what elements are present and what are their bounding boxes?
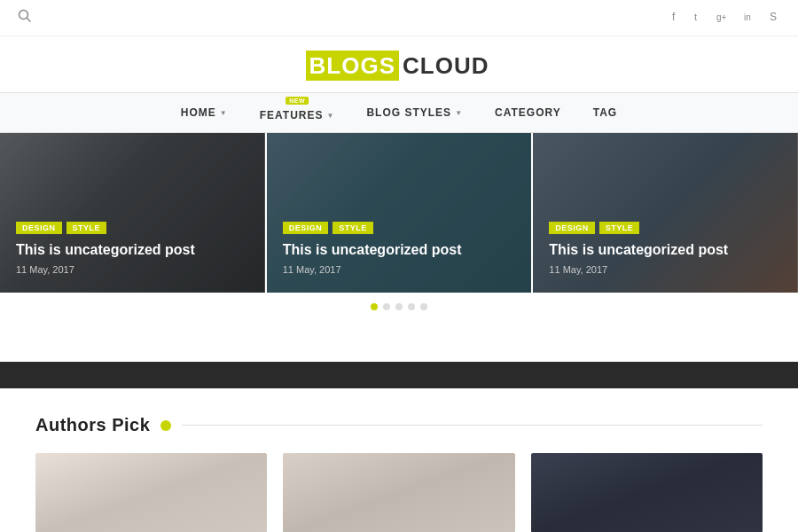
search-button[interactable] (18, 9, 32, 27)
hero-slide-1[interactable]: DESIGN STYLE This is uncategorized post … (0, 133, 267, 293)
svg-text:t: t (694, 12, 697, 22)
slide-1-date: 11 May, 2017 (16, 264, 249, 275)
social-icons-bar: f t g+ in S (670, 11, 780, 26)
slide-2-date: 11 May, 2017 (283, 264, 516, 275)
svg-text:in: in (744, 12, 751, 22)
spacer (0, 317, 798, 353)
googleplus-icon[interactable]: g+ (716, 11, 732, 26)
svg-text:g+: g+ (716, 12, 727, 22)
author-card-2[interactable] (283, 453, 514, 532)
skype-icon[interactable]: S (768, 11, 780, 26)
slide-3-tags: DESIGN STYLE (549, 222, 782, 234)
slide-1-tag-style[interactable]: STYLE (66, 222, 107, 234)
nav-item-tag[interactable]: TAG (577, 96, 633, 129)
slide-3-tag-design[interactable]: DESIGN (549, 222, 595, 234)
svg-text:S: S (770, 11, 777, 23)
hero-slide-2[interactable]: DESIGN STYLE This is uncategorized post … (267, 133, 534, 293)
author-card-3-img (531, 453, 763, 532)
nav-label-tag: TAG (593, 106, 617, 119)
slide-1-tag-design[interactable]: DESIGN (16, 222, 62, 234)
hero-slide-3[interactable]: DESIGN STYLE This is uncategorized post … (533, 133, 798, 293)
author-card-3[interactable] (531, 453, 763, 532)
nav-arrow-home: ▼ (220, 109, 228, 117)
nav-item-blog-styles[interactable]: BLOG STYLES ▼ (350, 96, 479, 129)
slide-1-content: DESIGN STYLE This is uncategorized post … (0, 133, 265, 293)
nav-label-category: CATEGORY (495, 106, 561, 119)
svg-line-1 (27, 19, 31, 22)
slider-dot-3[interactable] (395, 303, 403, 310)
nav-arrow-features: ▼ (327, 112, 335, 120)
author-card-1-img (35, 453, 267, 532)
slide-3-date: 11 May, 2017 (549, 264, 782, 275)
nav-label-blog-styles: BLOG STYLES (366, 106, 451, 119)
slide-2-tag-style[interactable]: STYLE (332, 222, 373, 234)
slide-3-tag-style[interactable]: STYLE (599, 222, 640, 234)
slide-3-content: DESIGN STYLE This is uncategorized post … (533, 133, 798, 293)
hero-slider: DESIGN STYLE This is uncategorized post … (0, 133, 798, 293)
nav-arrow-blog-styles: ▼ (455, 109, 463, 117)
linkedin-icon[interactable]: in (743, 11, 757, 26)
bottom-section-hint (0, 362, 798, 388)
author-card-2-img (283, 453, 514, 532)
slider-dot-1[interactable] (371, 303, 378, 310)
slider-dot-2[interactable] (383, 303, 390, 310)
card-1-bg (35, 453, 267, 532)
author-card-1[interactable] (35, 453, 267, 532)
svg-text:f: f (672, 11, 676, 23)
section-dot (160, 420, 171, 431)
logo-area: BLOGSCLOUD (0, 36, 798, 92)
nav-item-category[interactable]: CATEGORY (479, 96, 577, 129)
logo-part1: BLOGS (306, 51, 399, 81)
card-3-bg (531, 453, 763, 532)
card-2-bg (283, 453, 514, 532)
slider-dots (0, 293, 798, 317)
slide-2-tag-design[interactable]: DESIGN (283, 222, 329, 234)
nav-item-features[interactable]: NEW FEATURES ▼ (244, 93, 351, 132)
nav-label-home: HOME (181, 106, 216, 119)
slider-dot-5[interactable] (420, 303, 427, 310)
nav-label-features: FEATURES (260, 109, 324, 121)
main-nav: HOME ▼ NEW FEATURES ▼ BLOG STYLES ▼ CATE… (0, 92, 798, 133)
section-header: Authors Pick (35, 415, 763, 435)
author-cards-row (35, 453, 763, 532)
slider-dot-4[interactable] (408, 303, 415, 310)
section-line (182, 425, 763, 426)
top-bar: f t g+ in S (0, 0, 798, 36)
slide-2-content: DESIGN STYLE This is uncategorized post … (267, 133, 532, 293)
slide-1-title: This is uncategorized post (16, 241, 249, 260)
slide-2-tags: DESIGN STYLE (283, 222, 516, 234)
svg-point-0 (20, 11, 28, 20)
section-title: Authors Pick (35, 415, 150, 435)
slide-2-title: This is uncategorized post (283, 241, 516, 260)
authors-pick-section: Authors Pick (0, 388, 798, 532)
slide-3-title: This is uncategorized post (549, 241, 782, 260)
nav-item-home[interactable]: HOME ▼ (165, 96, 244, 129)
facebook-icon[interactable]: f (670, 11, 683, 26)
site-logo[interactable]: BLOGSCLOUD (306, 52, 493, 80)
slide-1-tags: DESIGN STYLE (16, 222, 249, 234)
twitter-icon[interactable]: t (693, 11, 706, 26)
new-badge-features: NEW (286, 97, 309, 105)
logo-part2: CLOUD (399, 51, 492, 81)
